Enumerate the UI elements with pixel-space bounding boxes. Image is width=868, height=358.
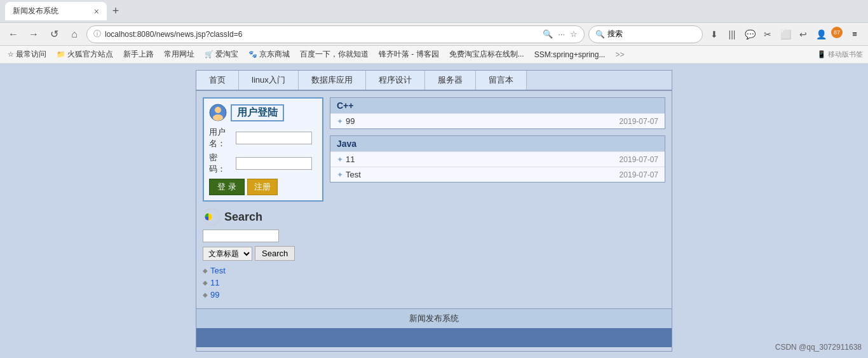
news-link[interactable]: Test: [346, 170, 361, 179]
main-body: 用户登陆 用户名： 密 码： 登 录 注册: [196, 91, 672, 308]
login-button[interactable]: 登 录: [209, 179, 245, 195]
register-button[interactable]: 注册: [247, 179, 278, 195]
chat-icon[interactable]: 💬: [742, 27, 757, 42]
bookmark-ssm[interactable]: SSM:spring+spring...: [532, 49, 608, 60]
tab-programming[interactable]: 程序设计: [366, 71, 425, 90]
footer-bottom: [196, 328, 672, 347]
bookmark-label: 百度一下，你就知道: [300, 49, 369, 60]
password-input[interactable]: [236, 157, 312, 170]
tab-guestbook[interactable]: 留言本: [476, 71, 527, 90]
search-button[interactable]: Search: [255, 246, 295, 261]
refresh-button[interactable]: ↺: [46, 26, 62, 43]
jd-icon: 🐾: [248, 50, 257, 59]
back-button[interactable]: ←: [5, 26, 22, 43]
taobao-icon: 🛒: [205, 50, 214, 59]
sidebar: 用户登陆 用户名： 密 码： 登 录 注册: [203, 97, 330, 302]
mobile-bookmarks[interactable]: 📱 移动版书签: [817, 50, 863, 59]
search-text-input[interactable]: [203, 230, 279, 242]
bullet-icon: ◆: [203, 267, 208, 274]
bookmark-label: 锋齐叶落 - 博客园: [379, 49, 439, 60]
username-row: 用户名：: [209, 127, 317, 149]
search-controls: 文章标题 文章内容 作者 Search: [203, 246, 323, 261]
login-title: 用户登陆: [231, 104, 284, 121]
page-content: 首页 linux入门 数据库应用 程序设计 服务器 留言本: [0, 64, 868, 358]
profile-icon[interactable]: 👤: [813, 27, 829, 42]
category-java-header[interactable]: Java: [330, 136, 665, 151]
container-icon[interactable]: ⬜: [778, 27, 793, 42]
tab-close-button[interactable]: ×: [94, 6, 99, 17]
news-item-left: ✦ Test: [337, 170, 361, 179]
bullet-icon: ◆: [203, 291, 208, 298]
bookmark-label: 免费淘宝店标在线制...: [449, 49, 524, 60]
news-date: 2019-07-07: [620, 117, 658, 126]
username-input[interactable]: [236, 132, 312, 144]
home-button[interactable]: ⌂: [66, 26, 83, 43]
result-item-11[interactable]: ◆ 11: [203, 278, 323, 287]
bookmark-firefox[interactable]: 📁 火狐官方站点: [54, 48, 116, 61]
tab-linux[interactable]: linux入门: [239, 71, 299, 90]
undo-icon[interactable]: ↩: [796, 27, 811, 42]
url-bar[interactable]: ⓘ localhost:8080/news/news.jsp?classId=6…: [86, 25, 585, 43]
browser-search-bar[interactable]: 🔍 搜索: [588, 25, 703, 43]
navigation-tabs: 首页 linux入门 数据库应用 程序设计 服务器 留言本: [196, 71, 672, 91]
result-text: 11: [210, 278, 219, 287]
notification-badge: 87: [831, 27, 843, 38]
news-item-java-2: ✦ Test 2019-07-07: [330, 167, 665, 182]
news-bullet-icon: ✦: [337, 170, 343, 179]
news-link[interactable]: 99: [346, 116, 355, 126]
search-input-area: 文章标题 文章内容 作者 Search: [203, 230, 323, 261]
bookmark-baidu[interactable]: 百度一下，你就知道: [297, 48, 371, 61]
menu-button[interactable]: ≡: [846, 26, 863, 43]
bookmark-jd[interactable]: 🐾 京东商城: [246, 48, 292, 61]
tab-server[interactable]: 服务器: [425, 71, 476, 90]
bookmarks-more[interactable]: >>: [615, 50, 624, 59]
forward-button[interactable]: →: [25, 26, 42, 43]
star-bookmark-icon: ☆: [8, 50, 14, 59]
tab-home[interactable]: 首页: [196, 71, 239, 90]
result-item-99[interactable]: ◆ 99: [203, 290, 323, 299]
result-text: 99: [210, 290, 219, 299]
zoom-icon: 🔍: [543, 29, 553, 39]
category-cpp-header[interactable]: C++: [330, 98, 665, 113]
bookmark-label: SSM:spring+spring...: [534, 50, 606, 59]
browser-window: 新闻发布系统 × + ← → ↺ ⌂ ⓘ localhost:8080/news…: [0, 0, 868, 358]
svg-point-2: [213, 114, 223, 121]
news-item-java-1: ✦ 11 2019-07-07: [330, 151, 665, 167]
search-placeholder: 搜索: [607, 29, 623, 39]
password-row: 密 码：: [209, 152, 317, 175]
result-item-test[interactable]: ◆ Test: [203, 266, 323, 275]
category-java-link[interactable]: Java: [337, 139, 356, 149]
star-icon[interactable]: ☆: [570, 29, 578, 39]
tab-database[interactable]: 数据库应用: [299, 71, 366, 90]
bookmark-newbie[interactable]: 新手上路: [121, 48, 156, 61]
news-item-left: ✦ 99: [337, 116, 355, 126]
search-type-select[interactable]: 文章标题 文章内容 作者: [203, 247, 252, 261]
active-tab[interactable]: 新闻发布系统 ×: [5, 2, 107, 20]
footer: 新闻发布系统: [196, 308, 672, 328]
download-icon[interactable]: ⬇: [707, 27, 722, 42]
title-bar: 新闻发布系统 × +: [0, 0, 868, 23]
bookmark-label: 爱淘宝: [215, 49, 238, 60]
folder-icon: 📁: [57, 50, 65, 59]
new-tab-button[interactable]: +: [107, 2, 125, 20]
bookmark-common[interactable]: 常用网址: [161, 48, 197, 61]
svg-point-1: [215, 107, 221, 113]
footer-text: 新闻发布系统: [409, 313, 459, 323]
bookmark-label: 最常访问: [16, 49, 46, 60]
bookmark-taobao[interactable]: 🛒 爱淘宝: [202, 48, 241, 61]
news-link[interactable]: 11: [346, 155, 355, 164]
bookmarks-bar: ☆ 最常访问 📁 火狐官方站点 新手上路 常用网址 🛒 爱淘宝 🐾 京东商城 百…: [0, 46, 868, 64]
bookmark-most-visited[interactable]: ☆ 最常访问: [5, 48, 49, 61]
category-cpp-link[interactable]: C++: [337, 100, 353, 111]
user-avatar-icon: [209, 104, 227, 121]
screenshot-icon[interactable]: ✂: [760, 27, 775, 42]
bookmark-cnblogs[interactable]: 锋齐叶落 - 博客园: [376, 48, 442, 61]
news-bullet-icon: ✦: [337, 117, 343, 126]
library-icon[interactable]: |||: [724, 27, 740, 42]
search-icon: 🔍: [595, 30, 605, 39]
search-logo-icon: [203, 208, 220, 226]
content-area: C++ ✦ 99 2019-07-07 Java: [330, 97, 665, 302]
url-icons: 🔍 ··· ☆: [543, 29, 578, 39]
bookmark-taobao-shop[interactable]: 免费淘宝店标在线制...: [447, 48, 527, 61]
bullet-icon: ◆: [203, 279, 208, 286]
